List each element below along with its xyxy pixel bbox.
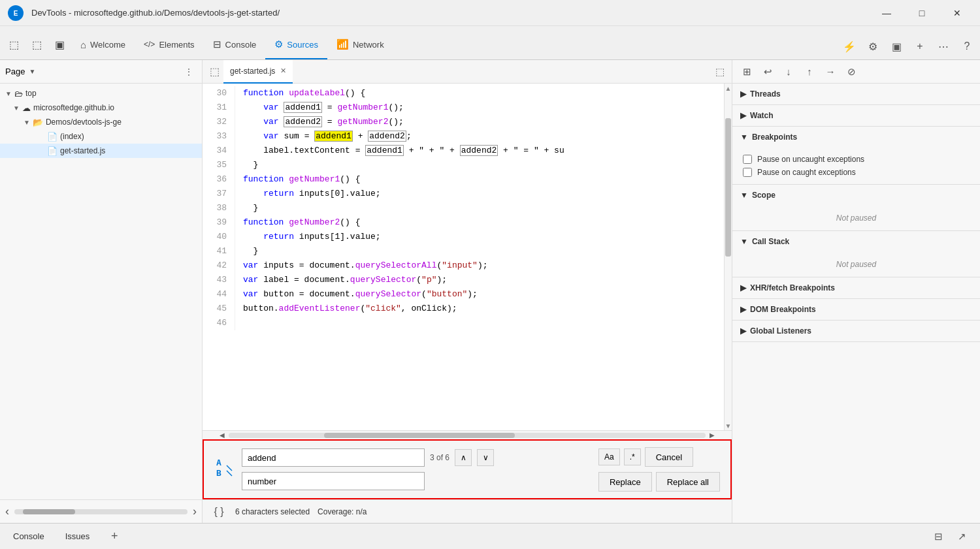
pause-uncaught-checkbox[interactable] bbox=[743, 155, 752, 164]
find-replace-bar: A B 3 of 6 ∧ ∨ bbox=[203, 439, 732, 499]
scroll-right-arrow[interactable]: ▶ bbox=[706, 431, 719, 440]
line-num-34: 34 bbox=[210, 144, 227, 158]
editor-vertical-scrollbar[interactable]: ▲ ▼ bbox=[724, 84, 732, 430]
format-btn[interactable]: { } bbox=[210, 503, 227, 520]
editor-collapse-btn[interactable]: ⬚ bbox=[711, 63, 729, 81]
match-case-btn[interactable]: Aa bbox=[598, 448, 620, 465]
watch-section-header[interactable]: ▶ Watch bbox=[732, 105, 980, 126]
code-line-45: button.addEventListener("click", onClick… bbox=[243, 302, 716, 316]
scrollbar-thumb bbox=[324, 433, 515, 438]
bottom-tab-issues[interactable]: Issues bbox=[60, 527, 95, 545]
find-search-input[interactable] bbox=[242, 448, 425, 467]
close-button[interactable]: ✕ bbox=[942, 3, 972, 24]
bottom-tab-add-btn[interactable]: + bbox=[105, 527, 123, 546]
undock-btn[interactable]: ↗ bbox=[951, 526, 972, 547]
minimize-button[interactable]: — bbox=[872, 3, 902, 24]
file-tree-more-btn[interactable]: ⋮ bbox=[181, 64, 197, 80]
find-option-buttons: Aa .* Cancel bbox=[598, 447, 693, 467]
code-line-43: var label = document.querySelector("p"); bbox=[243, 273, 716, 287]
panel-step-out-btn[interactable]: → bbox=[821, 63, 840, 81]
device-icon: ⬚ bbox=[9, 39, 19, 51]
tab-welcome-label: Welcome bbox=[90, 40, 125, 50]
panel-step-over-btn[interactable]: ↓ bbox=[779, 63, 798, 81]
svg-text:A: A bbox=[216, 458, 221, 467]
string: "p" bbox=[421, 275, 436, 285]
maximize-button[interactable]: □ bbox=[907, 3, 937, 24]
code-line-42: var inputs = document.querySelectorAll("… bbox=[243, 259, 716, 273]
chevron-down-icon: ▼ bbox=[13, 104, 20, 112]
tree-item-demos[interactable]: ▼ 📂 Demos/devtools-js-ge bbox=[0, 115, 202, 129]
tab-sources-label: Sources bbox=[287, 40, 318, 50]
cancel-btn[interactable]: Cancel bbox=[645, 447, 693, 467]
editor-status-bar: { } 6 characters selected Coverage: n/a bbox=[203, 499, 732, 523]
panel-columns-btn[interactable]: ⊞ bbox=[738, 63, 756, 81]
panel-deactivate-btn[interactable]: ⊘ bbox=[842, 63, 860, 81]
tab-network[interactable]: 📶 Network bbox=[327, 31, 393, 59]
tab-help-icon[interactable]: ? bbox=[956, 36, 977, 57]
line-num-40: 40 bbox=[210, 230, 227, 244]
fn-name: querySelector bbox=[350, 275, 416, 285]
pause-caught-checkbox[interactable] bbox=[743, 168, 752, 177]
threads-section-header[interactable]: ▶ Threads bbox=[732, 84, 980, 104]
find-replace-input[interactable] bbox=[242, 472, 425, 490]
scroll-left-btn[interactable]: ‹ bbox=[5, 505, 9, 518]
pause-caught-label: Pause on caught exceptions bbox=[757, 168, 856, 177]
scroll-left-arrow[interactable]: ◀ bbox=[216, 431, 229, 440]
bottom-tab-console[interactable]: Console bbox=[8, 527, 50, 545]
dom-breakpoints-section-header[interactable]: ▶ DOM Breakpoints bbox=[732, 299, 980, 320]
coverage-text: Coverage: n/a bbox=[318, 507, 367, 516]
breakpoints-section-header[interactable]: ▼ Breakpoints bbox=[732, 127, 980, 148]
call-stack-not-paused: Not paused bbox=[743, 260, 970, 269]
scope-section-header[interactable]: ▼ Scope bbox=[732, 185, 980, 206]
panel-step-into-btn[interactable]: ↑ bbox=[800, 63, 819, 81]
code-line-46 bbox=[243, 316, 716, 330]
global-listeners-section-header[interactable]: ▶ Global Listeners bbox=[732, 321, 980, 341]
regex-btn[interactable]: .* bbox=[624, 448, 641, 465]
code-line-41: } bbox=[243, 244, 716, 259]
call-stack-section-header[interactable]: ▼ Call Stack bbox=[732, 231, 980, 252]
editor-tab-close-btn[interactable]: ✕ bbox=[280, 67, 286, 75]
find-prev-btn[interactable]: ∧ bbox=[455, 449, 472, 466]
tab-add-icon[interactable]: + bbox=[909, 36, 930, 57]
scrollbar-track[interactable] bbox=[229, 433, 706, 438]
tab-welcome[interactable]: ⌂ Welcome bbox=[71, 31, 135, 59]
editor-code-scroll[interactable]: 30 31 32 33 34 35 36 37 38 39 40 41 bbox=[203, 84, 724, 430]
replace-btn[interactable]: Replace bbox=[598, 472, 652, 492]
tree-item-getstarted[interactable]: 📄 get-started.js bbox=[0, 144, 202, 158]
replace-all-btn[interactable]: Replace all bbox=[656, 472, 720, 492]
tree-item-top[interactable]: ▼ 🗁 top bbox=[0, 86, 202, 101]
call-stack-section: ▼ Call Stack Not paused bbox=[732, 231, 980, 277]
svg-line-5 bbox=[227, 471, 232, 476]
editor-back-btn[interactable]: ⬚ bbox=[205, 63, 223, 81]
tab-console[interactable]: ⊟ Console bbox=[204, 31, 266, 59]
keyword: var bbox=[243, 275, 258, 285]
tab-nav-back[interactable]: ⬚ bbox=[3, 31, 25, 59]
find-next-btn[interactable]: ∨ bbox=[477, 449, 494, 466]
tab-sources[interactable]: ⚙ Sources bbox=[265, 31, 327, 59]
dom-breakpoints-label: DOM Breakpoints bbox=[750, 305, 816, 314]
tab-nav-forward[interactable]: ⬚ bbox=[25, 31, 48, 59]
tab-nav-dock[interactable]: ▣ bbox=[48, 31, 71, 59]
tab-performance-icon[interactable]: ⚡ bbox=[839, 36, 860, 57]
scroll-right-btn[interactable]: › bbox=[193, 505, 197, 518]
line-num-46: 46 bbox=[210, 316, 227, 330]
pause-uncaught-label: Pause on uncaught exceptions bbox=[757, 155, 864, 164]
scroll-up-arrow[interactable]: ▲ bbox=[725, 84, 732, 93]
tab-network-label: Network bbox=[353, 40, 384, 50]
scroll-down-arrow[interactable]: ▼ bbox=[725, 421, 732, 430]
tree-item-microsoftedge[interactable]: ▼ ☁ microsoftedge.github.io bbox=[0, 101, 202, 115]
keyword: var bbox=[243, 289, 258, 299]
dock-bottom-btn[interactable]: ⊟ bbox=[928, 526, 949, 547]
tree-item-index-label: (index) bbox=[60, 132, 84, 141]
tab-elements-label: Elements bbox=[159, 40, 194, 50]
chevron-down-icon: ▼ bbox=[5, 90, 12, 97]
tree-item-index[interactable]: 📄 (index) bbox=[0, 129, 202, 144]
editor-tab-active[interactable]: get-started.js ✕ bbox=[223, 60, 293, 84]
tab-screenshot-icon[interactable]: ▣ bbox=[886, 36, 907, 57]
panel-resume-btn[interactable]: ↩ bbox=[759, 63, 777, 81]
tab-elements[interactable]: </> Elements bbox=[135, 31, 204, 59]
tab-more-icon[interactable]: ⋯ bbox=[933, 36, 954, 57]
xhr-breakpoints-section-header[interactable]: ▶ XHR/fetch Breakpoints bbox=[732, 277, 980, 298]
scroll-thumb[interactable] bbox=[725, 118, 731, 257]
tab-settings-icon[interactable]: ⚙ bbox=[862, 36, 883, 57]
